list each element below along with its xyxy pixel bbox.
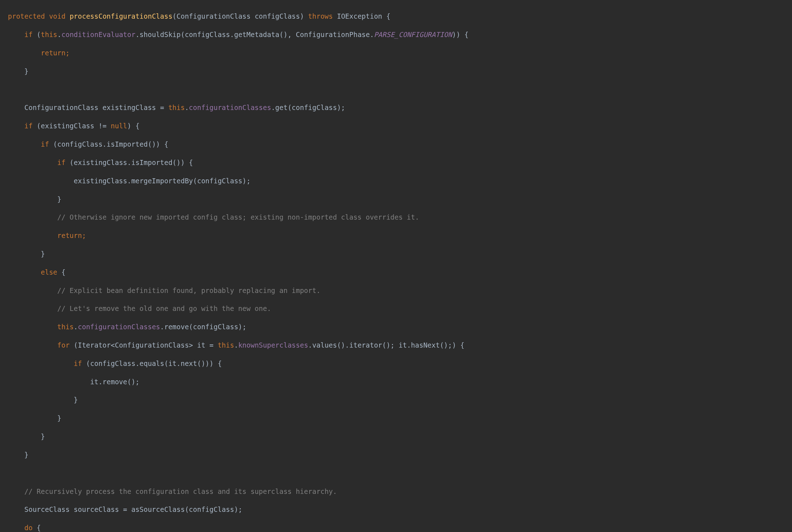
code-line: if (existingClass != null) { xyxy=(8,121,792,130)
code-text: (ConfigurationClass configClass) xyxy=(173,12,308,20)
code-line: } xyxy=(8,432,792,441)
keyword-this: this xyxy=(168,104,185,111)
code-text: SourceClass sourceClass = asSourceClass(… xyxy=(8,505,242,513)
code-text: (Iterator<ConfigurationClass> it = xyxy=(70,341,218,349)
code-line: if (existingClass.isImported()) { xyxy=(8,158,792,167)
indent xyxy=(8,213,57,221)
code-line: SourceClass sourceClass = asSourceClass(… xyxy=(8,505,792,514)
keyword-if: if xyxy=(24,122,33,130)
code-text: ConfigurationClass existingClass = xyxy=(8,104,168,111)
code-text: } xyxy=(8,195,61,203)
field-ref: knownSuperclasses xyxy=(238,341,308,349)
code-text: ) { xyxy=(127,122,139,130)
code-text: existingClass.mergeImportedBy(configClas… xyxy=(8,177,251,185)
dot: . xyxy=(57,31,61,38)
method-name: processConfigurationClass xyxy=(70,12,173,20)
code-line: // Explicit bean definition found, proba… xyxy=(8,286,792,295)
indent xyxy=(8,140,41,148)
code-text: } xyxy=(8,250,45,258)
code-line: if (configClass.equals(it.next())) { xyxy=(8,359,792,368)
keyword-if: if xyxy=(24,31,33,38)
indent xyxy=(8,323,57,331)
indent xyxy=(8,159,57,166)
code-line: return; xyxy=(8,231,792,240)
code-text: it.remove(); xyxy=(8,378,139,386)
comment: // Let's remove the old one and go with … xyxy=(57,304,271,312)
code-text: (configClass.isImported()) { xyxy=(49,140,168,148)
indent xyxy=(8,31,24,38)
static-constant: PARSE_CONFIGURATION xyxy=(374,31,452,38)
code-line: protected void processConfigurationClass… xyxy=(8,12,792,21)
dot: . xyxy=(234,341,238,349)
code-text: IOException { xyxy=(333,12,390,20)
code-line: do { xyxy=(8,523,792,532)
code-text: .remove(configClass); xyxy=(160,323,246,331)
indent xyxy=(8,524,24,532)
indent xyxy=(8,286,57,294)
keyword-if: if xyxy=(57,159,65,166)
keyword-else: else xyxy=(41,268,58,276)
dot: . xyxy=(185,104,189,111)
code-line: existingClass.mergeImportedBy(configClas… xyxy=(8,176,792,185)
code-line: if (this.conditionEvaluator.shouldSkip(c… xyxy=(8,30,792,39)
code-line: this.configurationClasses.remove(configC… xyxy=(8,322,792,331)
keyword-this: this xyxy=(57,323,74,331)
code-line: // Otherwise ignore new imported config … xyxy=(8,213,792,222)
indent xyxy=(8,49,41,57)
code-text: { xyxy=(57,268,65,276)
comment: // Explicit bean definition found, proba… xyxy=(57,286,320,294)
semicolon: ; xyxy=(65,49,69,57)
dot: . xyxy=(74,323,78,331)
code-line: ConfigurationClass existingClass = this.… xyxy=(8,103,792,112)
code-text: .get(configClass); xyxy=(271,104,345,111)
comment: // Otherwise ignore new imported config … xyxy=(57,213,419,221)
semicolon: ; xyxy=(82,231,86,239)
keyword-this: this xyxy=(218,341,234,349)
keyword-protected: protected xyxy=(8,12,45,20)
keyword-throws: throws xyxy=(308,12,333,20)
code-text: ( xyxy=(33,31,41,38)
code-line: if (configClass.isImported()) { xyxy=(8,140,792,149)
keyword-void: void xyxy=(49,12,65,20)
indent xyxy=(8,231,57,239)
code-text: )) { xyxy=(452,31,468,38)
code-line: it.remove(); xyxy=(8,377,792,386)
indent xyxy=(8,304,57,312)
keyword-return: return xyxy=(41,49,66,57)
field-ref: conditionEvaluator xyxy=(61,31,136,38)
code-editor[interactable]: protected void processConfigurationClass… xyxy=(0,0,792,532)
code-text: .shouldSkip(configClass.getMetadata(), C… xyxy=(136,31,374,38)
indent xyxy=(8,122,24,130)
code-text: (existingClass != xyxy=(33,122,111,130)
keyword-do: do xyxy=(24,524,33,532)
code-line: return; xyxy=(8,49,792,58)
indent xyxy=(8,341,57,349)
code-line: // Recursively process the configuration… xyxy=(8,487,792,496)
code-text: { xyxy=(33,524,41,532)
code-text: } xyxy=(8,67,28,75)
code-line: } xyxy=(8,414,792,423)
code-line: else { xyxy=(8,268,792,277)
keyword-null: null xyxy=(111,122,127,130)
keyword-return: return xyxy=(57,231,82,239)
field-ref: configurationClasses xyxy=(189,104,271,111)
code-text: } xyxy=(8,451,28,459)
code-text: } xyxy=(8,396,78,404)
code-text: } xyxy=(8,432,45,440)
comment: // Recursively process the configuration… xyxy=(24,487,337,495)
code-text: (existingClass.isImported()) { xyxy=(65,159,193,166)
code-line xyxy=(8,85,792,94)
keyword-this: this xyxy=(41,31,58,38)
code-line: } xyxy=(8,395,792,404)
code-line: } xyxy=(8,450,792,459)
keyword-for: for xyxy=(57,341,69,349)
code-line: } xyxy=(8,249,792,258)
code-text: } xyxy=(8,414,61,422)
keyword-if: if xyxy=(41,140,49,148)
field-ref: configurationClasses xyxy=(78,323,160,331)
code-line: for (Iterator<ConfigurationClass> it = t… xyxy=(8,341,792,350)
code-line xyxy=(8,469,792,478)
code-line: } xyxy=(8,67,792,76)
indent xyxy=(8,268,41,276)
code-text: .values().iterator(); it.hasNext();) { xyxy=(308,341,464,349)
